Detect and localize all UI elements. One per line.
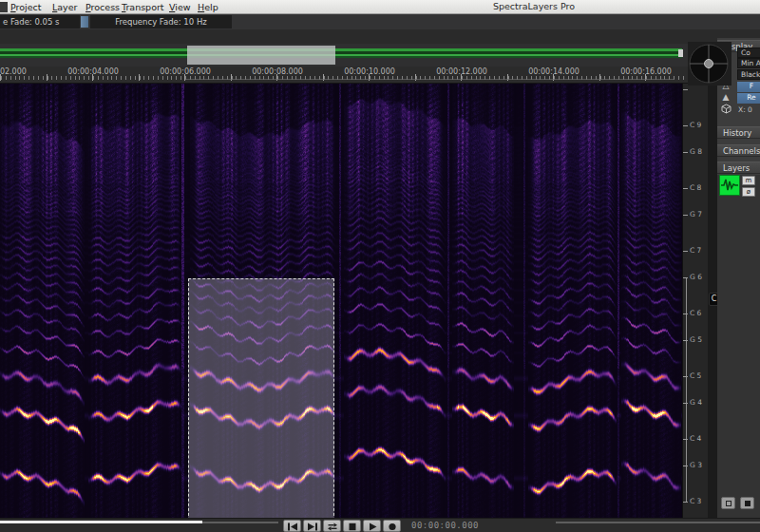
frequency-label: G 6 (690, 273, 702, 281)
toolbar-substrip (0, 29, 760, 44)
time-ruler[interactable]: 00:00:02.00000:00:04.00000:00:06.00000:0… (0, 66, 708, 84)
window-title: SpectraLayers Pro (472, 1, 596, 11)
loop-icon (327, 522, 338, 531)
delete-layer-button[interactable] (740, 497, 754, 509)
frequency-label: G 7 (690, 210, 702, 218)
frequency-tick (683, 466, 688, 466)
spectrogram-canvas[interactable] (0, 84, 682, 518)
frequency-tick (683, 188, 688, 189)
coordinates-readout: X: 0 (738, 105, 752, 114)
menu-item-project[interactable]: Project (5, 1, 48, 13)
time-label: 00:00:02.000 (0, 67, 27, 76)
layers-panel-body: m ø (717, 175, 760, 518)
spectrogram-view[interactable] (0, 84, 682, 518)
frequency-tick (683, 251, 688, 252)
panel-header-layers[interactable]: Layers (717, 162, 760, 174)
fft-window-select[interactable]: Black (737, 69, 760, 80)
frequency-tick (683, 376, 688, 377)
play-icon (367, 522, 378, 531)
layer-solo-button[interactable]: ø (742, 187, 755, 197)
frequency-label: G 5 (690, 335, 702, 344)
right-sidebar: Display Co Min A Black △ F ▲ Re X: 0 His… (717, 38, 760, 518)
min-amplitude-field[interactable]: Min A (737, 58, 760, 68)
menu-item-help[interactable]: Help (192, 1, 224, 13)
peak-filled-icon: ▲ (720, 92, 732, 103)
frequency-ruler[interactable]: C 9G 8C 8G 7C 7G 6C 6G 5C 5G 4C 4G 3C 3 (682, 84, 708, 518)
frequency-label: C 4 (690, 434, 701, 443)
colormap-select[interactable]: Co (737, 48, 760, 58)
panel-header-channels[interactable]: Channels (717, 144, 760, 157)
delete-layer-icon (745, 501, 750, 506)
bottom-transport-bar: 00:00:00.000 (0, 518, 760, 532)
time-label: 00:00:04.000 (67, 67, 119, 76)
frequency-tick (683, 215, 688, 216)
skip-start-icon (287, 522, 298, 531)
frequency-tick (683, 403, 688, 404)
selection-frequency-range-line (686, 278, 687, 502)
frequency-label: G 8 (690, 147, 702, 156)
frequency-tick (683, 277, 688, 278)
overview-selection-region[interactable] (187, 46, 335, 65)
new-layer-icon (726, 501, 732, 506)
frequency-tick (683, 439, 688, 440)
record-icon (387, 522, 398, 531)
skip-start-button[interactable] (283, 520, 301, 532)
skip-end-button[interactable] (303, 520, 321, 532)
menu-item-transport[interactable]: Transport (116, 1, 170, 13)
tool-options-bar: e Fade: 0.05 s Frequency Fade: 10 Hz (0, 14, 760, 29)
skip-end-icon (307, 522, 318, 531)
frequency-tick (683, 89, 688, 90)
frequency-tick (683, 340, 688, 341)
crosshair-icon (688, 42, 732, 86)
layer-waveform-icon (720, 176, 739, 195)
frequency-label: C 5 (690, 371, 701, 380)
navigator-widget[interactable] (688, 42, 732, 86)
time-label: 00:00:12.000 (436, 67, 487, 76)
frequency-tick (683, 125, 688, 126)
waveform-overview-line (185, 79, 674, 80)
frequency-label: G 3 (690, 461, 702, 469)
menu-bar: ProjectLayerProcessTransportViewHelp Spe… (0, 0, 760, 14)
time-label: 00:00:06.000 (160, 67, 211, 76)
frequency-label: C 9 (690, 121, 701, 129)
frequency-label: C 6 (690, 309, 701, 317)
time-label: 00:00:10.000 (344, 67, 395, 76)
time-frequency-selection[interactable] (188, 278, 334, 518)
time-label: 00:00:16.000 (620, 67, 672, 76)
time-label: 00:00:08.000 (252, 67, 303, 76)
axes-cube-icon (720, 104, 732, 114)
overview-audio-bar[interactable] (0, 48, 682, 58)
stop-button[interactable] (343, 520, 361, 532)
menu-item-layer[interactable]: Layer (47, 1, 84, 13)
loop-button[interactable] (323, 520, 341, 532)
playhead-time-display: 00:00:00.000 (411, 521, 479, 530)
frequency-tick (683, 152, 688, 153)
layer-thumbnail[interactable] (719, 175, 740, 196)
overview-navigation-bar[interactable] (0, 44, 708, 66)
frequency-label: C 8 (690, 183, 701, 192)
frequency-tick (683, 314, 688, 314)
fft-size-button[interactable]: F (737, 82, 760, 92)
frequency-label: C 3 (690, 497, 701, 505)
frequency-tick (683, 502, 688, 503)
time-fade-field[interactable]: e Fade: 0.05 s (0, 15, 80, 28)
stop-icon (347, 522, 358, 531)
resolution-button[interactable]: Re (737, 93, 760, 104)
panel-header-history[interactable]: History (717, 126, 760, 139)
play-button[interactable] (363, 520, 381, 532)
toolbar-splitter-handle[interactable] (81, 16, 88, 28)
record-button[interactable] (383, 520, 401, 532)
frequency-fade-field[interactable]: Frequency Fade: 10 Hz (90, 15, 232, 28)
time-label: 00:00:14.000 (528, 67, 580, 76)
overview-end-cap (678, 49, 683, 57)
layer-mute-button[interactable]: m (742, 176, 755, 185)
frequency-label: C 7 (690, 246, 701, 255)
frequency-label: G 4 (690, 398, 702, 407)
spectralayers-window: ProjectLayerProcessTransportViewHelp Spe… (0, 0, 760, 532)
add-layer-button[interactable] (721, 497, 735, 509)
horizontal-scrollbar-thumb[interactable] (0, 521, 202, 523)
